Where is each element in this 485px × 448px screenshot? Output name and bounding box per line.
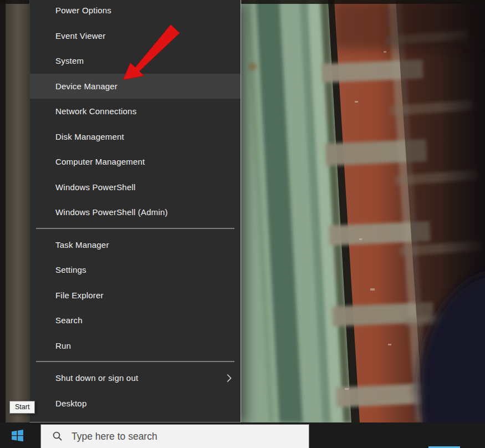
search-input[interactable]: [70, 430, 256, 443]
menu-separator: [36, 361, 234, 362]
taskbar-search-box[interactable]: [40, 424, 309, 448]
winx-power-user-menu: Power Options Event Viewer System Device…: [29, 0, 241, 422]
menu-item-windows-powershell[interactable]: Windows PowerShell: [30, 175, 241, 200]
menu-item-power-options[interactable]: Power Options: [30, 0, 241, 23]
menu-item-file-explorer[interactable]: File Explorer: [30, 283, 241, 308]
menu-item-event-viewer[interactable]: Event Viewer: [30, 23, 241, 49]
windows-logo-icon: [11, 429, 24, 442]
menu-item-windows-powershell-admin[interactable]: Windows PowerShell (Admin): [30, 200, 241, 225]
menu-item-search[interactable]: Search: [30, 308, 241, 333]
start-tooltip: Start: [9, 401, 35, 414]
menu-item-run[interactable]: Run: [30, 333, 241, 359]
taskbar: [0, 422, 485, 448]
menu-item-desktop[interactable]: Desktop: [30, 391, 241, 416]
search-icon: [52, 431, 63, 442]
menu-separator: [36, 228, 234, 229]
menu-item-settings[interactable]: Settings: [30, 257, 241, 283]
desktop-screen: Power Options Event Viewer System Device…: [0, 0, 485, 448]
chevron-right-icon: [227, 374, 232, 383]
menu-item-network-connections[interactable]: Network Connections: [30, 99, 241, 124]
menu-item-device-manager[interactable]: Device Manager: [30, 74, 241, 99]
start-button[interactable]: [0, 422, 34, 448]
menu-item-system[interactable]: System: [30, 48, 241, 74]
menu-item-computer-management[interactable]: Computer Management: [30, 149, 241, 175]
menu-item-shut-down-or-sign-out[interactable]: Shut down or sign out: [30, 365, 241, 391]
menu-item-label: Shut down or sign out: [55, 373, 138, 383]
menu-item-task-manager[interactable]: Task Manager: [30, 232, 241, 258]
menu-item-disk-management[interactable]: Disk Management: [30, 124, 241, 150]
